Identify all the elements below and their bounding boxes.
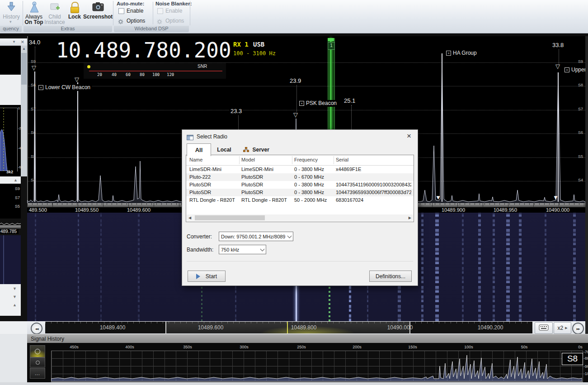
s-meter-label-right: S9: [578, 59, 583, 64]
scrollbar-thumb[interactable]: [195, 215, 265, 220]
converter-label: Converter:: [187, 233, 212, 240]
signal-history-title[interactable]: Signal History: [27, 334, 588, 343]
marker-triangle-lower-cw[interactable]: ▽: [75, 76, 79, 82]
mini-waterfall: [0, 235, 21, 284]
start-button[interactable]: Start: [188, 271, 226, 282]
auto-mute-options-button[interactable]: Options: [127, 18, 145, 24]
frequency-axis-label: 10489.550: [66, 207, 107, 213]
dialog-titlebar[interactable]: Select Radio ×: [182, 130, 418, 143]
nav-segment-label[interactable]: 10489.600: [190, 324, 231, 331]
column-separator: [239, 156, 240, 164]
scroll-left-arrow-icon[interactable]: ◀: [188, 216, 191, 220]
radio-list-row[interactable]: RTL Dongle - R820TRTL Dongle - R820T50 -…: [186, 196, 414, 204]
panel-close-icon[interactable]: ×: [21, 38, 24, 45]
auto-mute-enable-checkbox[interactable]: [118, 8, 124, 14]
always-on-top-button[interactable]: Always On Top: [24, 0, 43, 25]
marker-triangle-34-0[interactable]: ▽: [32, 65, 36, 71]
radio-list-row[interactable]: LimeSDR-MiniLimeSDR-Mini0 - 3800 MHzx448…: [186, 166, 414, 173]
s-meter-label-left: S6: [31, 130, 36, 135]
s-meter-label-right: S4: [578, 178, 583, 182]
snr-tick-label: 100: [152, 72, 160, 77]
panel-menu-icon[interactable]: ▼: [12, 40, 16, 44]
column-header[interactable]: Name: [189, 157, 202, 162]
nav-segment-label[interactable]: 10489.400: [92, 324, 133, 331]
marker-triangle-upper[interactable]: ▽: [555, 63, 560, 69]
snr-dot-icon: [87, 65, 90, 68]
s-meter-label-left: S5: [31, 154, 36, 159]
frequency-axis-label: 10489.900: [433, 207, 474, 213]
collapse-arrow-icon[interactable]: ▲: [14, 178, 18, 182]
mini-db-label: 0: [18, 107, 20, 110]
axis-marker-arrow[interactable]: ▼: [553, 194, 559, 201]
radio-list-hscrollbar[interactable]: ◀ ▶: [187, 214, 413, 221]
dropdown-arrow-icon[interactable]: ▼: [13, 295, 17, 299]
marker-triangle-psk[interactable]: ▽: [293, 112, 298, 118]
marker-value-23-3: 23.3: [230, 108, 243, 115]
radio-list-cell: Pluto-222: [189, 174, 236, 180]
axis-marker-arrow[interactable]: ▼: [435, 194, 441, 201]
radio-list-cell: 0 - 3800 MHz: [294, 182, 331, 187]
converter-select[interactable]: Down: 9750.001.2 MHz/8089: [219, 232, 293, 241]
radio-list-cell: 50 - 2000 MHz: [294, 197, 331, 203]
nav-segment-label[interactable]: 10490.000: [380, 324, 420, 331]
radio-list-row[interactable]: PlutoSDRPlutoSDR0 - 3800 MHz104473541196…: [186, 181, 414, 189]
rx-label: RX 1: [233, 41, 249, 48]
radio-list-cell: 0 - 6700 MHz: [294, 174, 331, 180]
marker-label-ha-group[interactable]: × HA Group: [445, 50, 478, 57]
auto-mute-enable-label[interactable]: Enable: [127, 8, 143, 14]
bandwidth-select[interactable]: 750 kHz: [219, 245, 266, 254]
noise-blanker-options-button: Options: [165, 18, 184, 24]
radio-list-cell: PlutoSDR: [241, 182, 289, 187]
signal-history-mode-button[interactable]: [30, 357, 45, 367]
scroll-right-arrow-icon[interactable]: ▶: [409, 216, 411, 220]
vfo-frequency-display[interactable]: 10.489.780.200: [53, 38, 234, 62]
time-axis-label: 450s: [65, 345, 83, 349]
column-header[interactable]: Serial: [336, 157, 348, 162]
nav-segment-label[interactable]: 10489.800: [283, 324, 324, 331]
noise-blanker-enable-checkbox[interactable]: [157, 8, 163, 14]
dialog-title: Select Radio: [197, 133, 227, 140]
marker-label-upper[interactable]: × Upper: [563, 67, 588, 73]
marker-label-lower-cw-beacon[interactable]: × Lower CW Beacon: [37, 84, 92, 91]
nav-segment-label[interactable]: 10490.200: [470, 324, 511, 331]
keyboard-entry-button[interactable]: [535, 322, 553, 334]
dropdown-arrow-icon[interactable]: ▼: [13, 286, 17, 291]
mini-db-label: -40: [18, 147, 23, 150]
tab-server[interactable]: Server: [238, 145, 274, 156]
radio-list-header: NameModelFrequencySerial: [186, 155, 414, 166]
signal-history-mode-button-active[interactable]: [30, 345, 45, 357]
circle-small-icon: [36, 361, 40, 365]
tuned-frequency-cap: [328, 38, 334, 41]
signal-history-s-meter-label: S8: [562, 353, 583, 365]
mode-label[interactable]: USB: [253, 41, 264, 48]
screenshot-button[interactable]: Screenshot: [83, 0, 112, 25]
dialog-close-icon[interactable]: ×: [407, 132, 411, 141]
lock-button[interactable]: Lock: [67, 0, 82, 25]
collapse-arrow-icon[interactable]: ▲: [13, 303, 17, 307]
signal-history-trace: [51, 351, 582, 381]
history-button[interactable]: History ▾: [1, 0, 22, 25]
scroll-left-button[interactable]: ◀◀: [31, 323, 42, 334]
marker-box-icon: ×: [446, 51, 451, 56]
tab-local[interactable]: Local: [211, 145, 237, 156]
extras-group-label: Extras: [24, 26, 112, 32]
tab-all[interactable]: All: [187, 143, 211, 156]
auto-mute-options-gear-icon: [118, 18, 123, 26]
marker-label-psk-beacon[interactable]: × PSK Beacon: [298, 100, 338, 107]
column-header[interactable]: Model: [241, 157, 255, 162]
rx1-tune-badge[interactable]: 1: [328, 42, 335, 50]
radio-list-row[interactable]: Pluto-222PlutoSDR0 - 6700 MHz: [186, 173, 414, 181]
signal-history-more-button[interactable]: ...: [30, 368, 45, 379]
snr-scale-line: [89, 71, 222, 71]
waterfall-streak: [493, 213, 495, 321]
child-instance-button[interactable]: Child Instance: [44, 0, 66, 25]
column-header[interactable]: Frequency: [294, 157, 318, 162]
panel-scrollbar[interactable]: ▲: [21, 46, 27, 176]
scrollbar-up-icon[interactable]: ▲: [22, 47, 26, 51]
zoom-x2-button[interactable]: x2 ▶: [554, 322, 571, 334]
definitions-button[interactable]: Definitions...: [369, 271, 412, 282]
scroll-right-button[interactable]: ▶▶: [572, 323, 584, 334]
band-navigation-bar[interactable]: 10489.40010489.60010489.80010490.0001049…: [45, 322, 532, 333]
radio-list-row[interactable]: PlutoSDRPlutoSDR0 - 3800 MHz104473965993…: [186, 189, 414, 196]
history-caret-icon: ▾: [9, 19, 12, 24]
